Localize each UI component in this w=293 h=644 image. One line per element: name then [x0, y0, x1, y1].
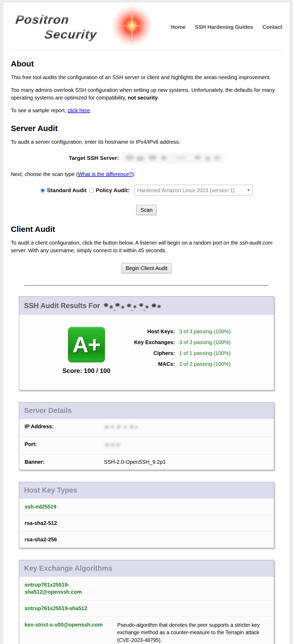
- redacted-ip-value: [104, 424, 138, 431]
- about-paragraph-1: This free tool audits the configuration …: [11, 74, 282, 81]
- stat-label: Ciphers:: [130, 350, 175, 356]
- site-header: Positron Security Home SSH Hardening Gui…: [11, 9, 282, 45]
- stat-value: 3 of 3 passing (100%): [179, 339, 231, 345]
- score-label: Score: 100 / 100: [62, 367, 110, 375]
- table-row: kex-strict-s-v00@openssh.comPseudo-algor…: [19, 616, 274, 644]
- header-divider: [11, 49, 282, 50]
- target-server-row: Target SSH Server:: [11, 152, 282, 164]
- algorithm-name: sntrup761x25519-sha512: [25, 605, 117, 612]
- nav-link-home[interactable]: Home: [171, 24, 186, 30]
- standard-audit-radio[interactable]: [40, 188, 45, 193]
- stat-value: 3 of 3 passing (100%): [179, 328, 231, 335]
- algorithm-note: [117, 503, 268, 510]
- redacted-port-value: [104, 441, 120, 448]
- results-panel-body: A+ Score: 100 / 100 Host Keys: 3 of 3 pa…: [19, 315, 274, 390]
- positron-security-logo: Positron Security: [11, 9, 143, 45]
- about-p2-bold: not security: [128, 95, 158, 101]
- algorithm-note: [117, 605, 268, 612]
- server-audit-title: Server Audit: [11, 124, 282, 133]
- stat-label: Key Exchanges:: [130, 339, 175, 345]
- about-p3-text: To see a sample report,: [11, 107, 68, 113]
- sample-report-link[interactable]: click here: [68, 107, 90, 113]
- grade-letter: A+: [72, 332, 100, 358]
- scan-type-text: Next, choose the scan type (: [11, 171, 78, 177]
- policy-audit-option: Policy Audit:: [89, 187, 130, 193]
- table-row-ip: IP Address:: [19, 419, 274, 436]
- stat-label: MACs:: [130, 361, 175, 367]
- about-paragraph-2: Too many admins overlook SSH configurati…: [11, 86, 282, 101]
- banner-value: SSH-2.0-OpenSSH_9.2p1: [104, 459, 268, 465]
- algorithm-note: Pseudo-algorithm that denotes the peer s…: [117, 621, 268, 644]
- key-exchange-header: Key Exchange Algorithms: [19, 560, 274, 577]
- scan-type-difference-link[interactable]: What is the difference?: [78, 171, 132, 177]
- host-key-types-panel: Host Key Types ssh-ed25519 rsa-sha2-512 …: [19, 482, 274, 548]
- scan-type-paragraph: Next, choose the scan type (What is the …: [11, 170, 282, 178]
- ssh-audit-results-panel: SSH Audit Results For A+ Score: 100 / 10…: [19, 296, 274, 390]
- standard-audit-label: Standard Audit: [47, 187, 86, 193]
- about-paragraph-3: To see a sample report, click here.: [11, 107, 282, 114]
- scan-type-end: ):: [132, 171, 135, 177]
- table-row: sntrup761x25519-sha512: [19, 600, 274, 616]
- scan-button[interactable]: Scan: [136, 205, 157, 215]
- client-audit-end: server. With any username, simply connec…: [11, 247, 167, 253]
- host-key-types-header: Host Key Types: [19, 482, 274, 498]
- algorithm-note: [117, 536, 268, 543]
- table-row-port: Port:: [19, 436, 274, 454]
- about-p3-end: .: [90, 107, 91, 113]
- main-content-box: Positron Security Home SSH Hardening Gui…: [3, 2, 290, 644]
- ip-address-value: [104, 424, 268, 432]
- port-value: [104, 441, 268, 450]
- scan-type-controls-row: Standard Audit Policy Audit: Hardened Am…: [11, 185, 282, 196]
- about-section: About This free tool audits the configur…: [11, 59, 282, 114]
- redacted-target-hostname: [103, 301, 161, 311]
- client-audit-title: Client Audit: [11, 225, 282, 234]
- standard-audit-option: Standard Audit: [40, 187, 86, 193]
- nav-link-ssh-hardening-guides[interactable]: SSH Hardening Guides: [195, 24, 253, 30]
- begin-client-audit-button[interactable]: Begin Client Audit: [121, 263, 172, 273]
- grade-badge: A+: [68, 327, 105, 362]
- algorithm-name: rsa-sha2-256: [25, 536, 117, 543]
- starburst-icon: [111, 6, 153, 48]
- grade-column: A+ Score: 100 / 100: [62, 327, 110, 375]
- table-row: rsa-sha2-256: [19, 531, 274, 548]
- nav-link-contact[interactable]: Contact: [263, 24, 282, 30]
- results-stats: Host Keys: 3 of 3 passing (100%) Key Exc…: [130, 328, 231, 372]
- algorithm-name: ssh-ed25519: [25, 503, 117, 510]
- target-server-input[interactable]: [122, 152, 224, 164]
- algorithm-note: [117, 520, 268, 527]
- server-audit-section: Server Audit To audit a server configura…: [11, 124, 282, 215]
- key-exchange-panel: Key Exchange Algorithms sntrup761x25519-…: [19, 560, 274, 644]
- target-server-label: Target SSH Server:: [69, 155, 119, 161]
- table-row-banner: Banner: SSH-2.0-OpenSSH_9.2p1: [19, 454, 274, 470]
- policy-select-wrap: Hardened Amazon Linux 2023 (version 1) ▾: [134, 185, 253, 196]
- logo-text-positron: Positron: [15, 12, 70, 27]
- policy-audit-radio[interactable]: [89, 188, 94, 193]
- scan-button-row: Scan: [11, 205, 282, 215]
- section-divider: [24, 285, 268, 286]
- table-row: sntrup761x25519-sha512@openssh.com: [19, 577, 274, 600]
- server-details-header: Server Details: [19, 403, 274, 419]
- policy-audit-label: Policy Audit:: [96, 187, 130, 193]
- main-nav: Home SSH Hardening Guides Contact: [171, 24, 282, 30]
- ip-address-label: IP Address:: [25, 424, 104, 432]
- stat-label: Host Keys:: [130, 328, 175, 335]
- begin-client-audit-row: Begin Client Audit: [11, 263, 282, 273]
- client-audit-paragraph: To audit a client configuration, click t…: [11, 239, 282, 254]
- table-row: rsa-sha2-512: [19, 515, 274, 531]
- table-row: ssh-ed25519: [19, 498, 274, 515]
- about-p2-end: .: [158, 95, 159, 101]
- algorithm-name: kex-strict-s-v00@openssh.com: [25, 621, 117, 644]
- stat-row-ciphers: Ciphers: 1 of 1 passing (100%): [130, 350, 231, 356]
- about-title: About: [11, 59, 282, 68]
- stat-row-key-exchanges: Key Exchanges: 3 of 3 passing (100%): [130, 339, 231, 345]
- results-panel-header: SSH Audit Results For: [19, 297, 274, 315]
- client-audit-section: Client Audit To audit a client configura…: [11, 225, 282, 273]
- results-header-text: SSH Audit Results For: [24, 302, 100, 310]
- algorithm-name: rsa-sha2-512: [25, 520, 117, 527]
- banner-label: Banner:: [25, 459, 104, 465]
- policy-select[interactable]: Hardened Amazon Linux 2023 (version 1): [134, 185, 253, 196]
- stat-row-macs: MACs: 2 of 2 passing (100%): [130, 361, 231, 367]
- algorithm-note: [117, 581, 268, 596]
- client-audit-text: To audit a client configuration, click t…: [11, 240, 240, 246]
- stat-value: 1 of 1 passing (100%): [179, 350, 231, 356]
